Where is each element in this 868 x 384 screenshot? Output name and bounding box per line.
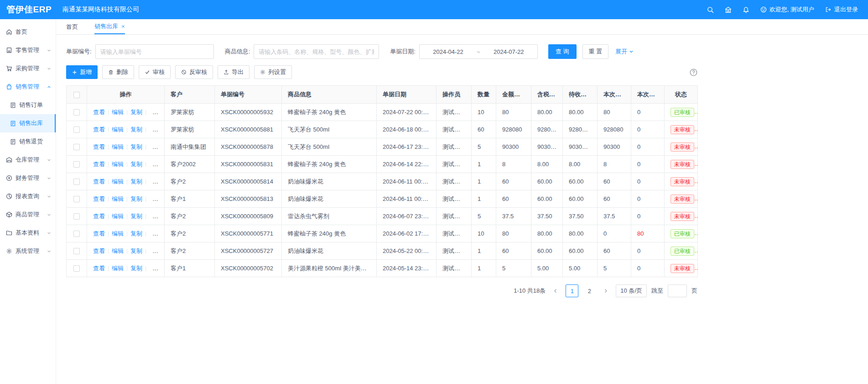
cell-operator: 测试用户 bbox=[437, 208, 472, 225]
jump-page-input[interactable] bbox=[668, 284, 687, 297]
row-action-edit[interactable]: 编辑 bbox=[112, 195, 124, 202]
cell-tax-total: 60.00 bbox=[531, 173, 563, 190]
bell-icon[interactable] bbox=[743, 6, 749, 13]
row-checkbox[interactable] bbox=[73, 213, 80, 220]
reset-button[interactable]: 重 置 bbox=[582, 44, 609, 59]
row-action-copy[interactable]: 复制 bbox=[130, 265, 142, 272]
sidebar-item-sales-outbound[interactable]: 销售出库 bbox=[0, 114, 56, 132]
help-icon[interactable] bbox=[690, 68, 697, 76]
page-number-1[interactable]: 1 bbox=[566, 284, 578, 297]
cell-receivable: 928080.00 bbox=[563, 121, 598, 138]
next-page-button[interactable] bbox=[600, 284, 611, 297]
row-checkbox[interactable] bbox=[73, 161, 80, 168]
cell-bill-no: XSCK00000005771 bbox=[215, 225, 282, 242]
row-action-edit[interactable]: 编辑 bbox=[112, 161, 124, 168]
sidebar-item-products[interactable]: 商品管理 bbox=[0, 205, 56, 224]
row-checkbox[interactable] bbox=[73, 196, 80, 202]
row-action-view[interactable]: 查看 bbox=[93, 195, 105, 202]
tab-close-icon[interactable] bbox=[121, 25, 125, 28]
row-actions-cell: 查看编辑复制删除 bbox=[87, 208, 165, 225]
page-number-2[interactable]: 2 bbox=[583, 284, 596, 297]
row-checkbox[interactable] bbox=[73, 144, 80, 150]
sidebar-item-system[interactable]: 系统管理 bbox=[0, 242, 56, 260]
shop-icon bbox=[6, 47, 12, 53]
logout-button[interactable]: 退出登录 bbox=[825, 5, 858, 14]
row-action-copy[interactable]: 复制 bbox=[130, 161, 142, 168]
search-button[interactable]: 查 询 bbox=[548, 44, 577, 59]
row-action-edit[interactable]: 编辑 bbox=[112, 230, 124, 237]
row-checkbox[interactable] bbox=[73, 248, 80, 254]
sidebar-item-sales-return[interactable]: 销售退货 bbox=[0, 132, 56, 151]
bill-no-input[interactable] bbox=[95, 44, 214, 59]
prev-page-button[interactable] bbox=[550, 284, 561, 297]
row-action-edit[interactable]: 编辑 bbox=[112, 213, 124, 220]
cell-receivable: 8.00 bbox=[563, 156, 598, 173]
row-action-view[interactable]: 查看 bbox=[93, 178, 105, 185]
cell-operator: 测试用户 bbox=[437, 190, 472, 208]
row-checkbox[interactable] bbox=[73, 109, 80, 116]
logout-text: 退出登录 bbox=[834, 5, 858, 14]
audit-button[interactable]: 审核 bbox=[139, 65, 171, 79]
action-separator bbox=[146, 266, 146, 271]
search-icon[interactable] bbox=[707, 6, 714, 13]
home-building-icon[interactable] bbox=[725, 6, 732, 13]
row-action-copy[interactable]: 复制 bbox=[130, 247, 142, 254]
row-action-edit[interactable]: 编辑 bbox=[112, 109, 124, 116]
row-action-view[interactable]: 查看 bbox=[93, 161, 105, 168]
tab-home[interactable]: 首页 bbox=[66, 19, 78, 34]
column-settings-button[interactable]: 列设置 bbox=[254, 65, 292, 79]
row-checkbox[interactable] bbox=[73, 126, 80, 133]
row-action-view[interactable]: 查看 bbox=[93, 109, 105, 116]
unaudit-button[interactable]: 反审核 bbox=[175, 65, 213, 79]
row-action-edit[interactable]: 编辑 bbox=[112, 265, 124, 272]
row-action-view[interactable]: 查看 bbox=[93, 213, 105, 220]
sidebar-item-label: 仓库管理 bbox=[16, 156, 39, 164]
row-checkbox[interactable] bbox=[73, 179, 80, 185]
row-action-edit[interactable]: 编辑 bbox=[112, 126, 124, 133]
sidebar-item-basic-data[interactable]: 基本资料 bbox=[0, 224, 56, 242]
row-action-edit[interactable]: 编辑 bbox=[112, 178, 124, 185]
row-action-view[interactable]: 查看 bbox=[93, 230, 105, 237]
sidebar-item-sales[interactable]: 销售管理 bbox=[0, 78, 56, 96]
cell-operator: 测试用户 bbox=[437, 121, 472, 138]
cell-owed: 0 bbox=[631, 156, 665, 173]
delete-button[interactable]: 删除 bbox=[102, 65, 134, 79]
row-action-edit[interactable]: 编辑 bbox=[112, 247, 124, 254]
row-action-view[interactable]: 查看 bbox=[93, 126, 105, 133]
export-button[interactable]: 导出 bbox=[218, 65, 249, 79]
sidebar-item-reports[interactable]: 报表查询 bbox=[0, 187, 56, 205]
status-badge: 未审核 bbox=[670, 160, 694, 169]
sidebar-item-home[interactable]: 首页 bbox=[0, 23, 56, 41]
row-action-view[interactable]: 查看 bbox=[93, 143, 105, 150]
sidebar-item-retail[interactable]: 零售管理 bbox=[0, 41, 56, 59]
row-action-edit[interactable]: 编辑 bbox=[112, 143, 124, 150]
status-badge: 未审核 bbox=[670, 125, 694, 134]
date-range-picker[interactable]: 2024-04-22 ~ 2024-07-22 bbox=[419, 44, 538, 59]
row-action-view[interactable]: 查看 bbox=[93, 247, 105, 254]
page-size-select[interactable]: 10 条/页 bbox=[616, 284, 647, 297]
tab-sales-outbound[interactable]: 销售出库 bbox=[94, 19, 125, 34]
sidebar-item-finance[interactable]: 财务管理 bbox=[0, 169, 56, 187]
sidebar-item-sales-order[interactable]: 销售订单 bbox=[0, 96, 56, 114]
row-action-copy[interactable]: 复制 bbox=[130, 213, 142, 220]
expand-link[interactable]: 展开 bbox=[615, 47, 634, 56]
row-action-copy[interactable]: 复制 bbox=[130, 126, 142, 133]
sidebar-item-warehouse[interactable]: 仓库管理 bbox=[0, 151, 56, 169]
row-action-copy[interactable]: 复制 bbox=[130, 195, 142, 202]
row-checkbox[interactable] bbox=[73, 265, 80, 272]
cell-owed: 0 bbox=[631, 104, 665, 121]
row-action-copy[interactable]: 复制 bbox=[130, 178, 142, 185]
add-button[interactable]: 新增 bbox=[66, 65, 98, 79]
cell-operator: 测试用户 bbox=[437, 156, 472, 173]
row-checkbox[interactable] bbox=[73, 231, 80, 237]
row-action-view[interactable]: 查看 bbox=[93, 265, 105, 272]
select-all-checkbox[interactable] bbox=[73, 92, 80, 98]
action-separator bbox=[146, 127, 146, 132]
cell-product: 美汁源果粒橙 500ml 美汁美汁美汁... bbox=[282, 260, 377, 277]
sidebar-item-purchase[interactable]: 采购管理 bbox=[0, 59, 56, 78]
row-action-copy[interactable]: 复制 bbox=[130, 230, 142, 237]
user-welcome[interactable]: 欢迎您, 测试用户 bbox=[760, 5, 814, 14]
product-info-input[interactable] bbox=[254, 44, 379, 59]
row-action-copy[interactable]: 复制 bbox=[130, 109, 142, 116]
row-action-copy[interactable]: 复制 bbox=[130, 143, 142, 150]
